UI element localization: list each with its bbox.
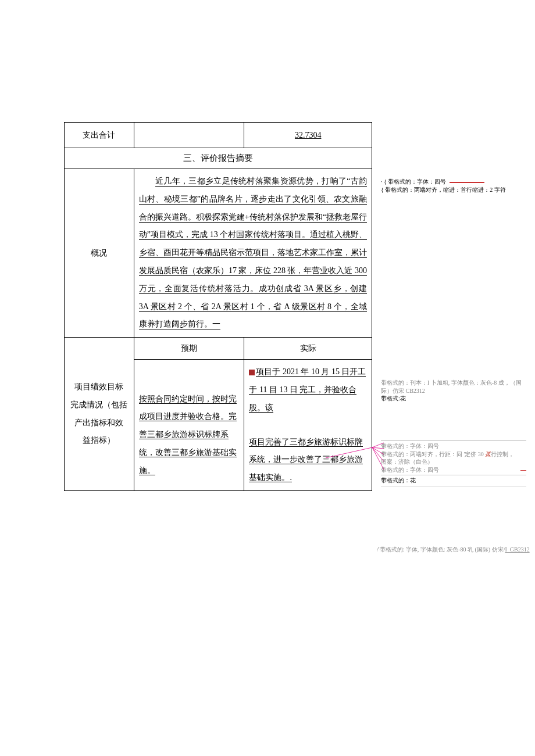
total-row: 支出合计 32.7304 [65, 123, 372, 148]
note-3e: 带格式的：花 [381, 475, 526, 485]
note-2b: 带格式:花 [381, 395, 526, 403]
note-3c: 图案：济除（白色） [381, 458, 526, 466]
note-3d-row: 带格式的：字体：四号 — [381, 466, 526, 474]
note-4-link: I_GB2312 [505, 546, 529, 553]
overview-row: 概况 近几年，三都乡立足传统村落聚集资源优势，打响了“古韵山村、秘境三都”的品牌… [65, 169, 372, 338]
note-4-pre: /'带格式的: 字体, 字体颜色: 灰色-80 乳 (国际) 仿宋/ [377, 546, 505, 553]
actual-text-pre: 项目于 2021 年 10 月 15 日开工于 11 目 13 日 完工，并验收… [249, 367, 366, 413]
col-actual: 实际 [244, 338, 372, 360]
note-3b-b: 行控制， [491, 451, 514, 457]
note-3d-strike: — [520, 466, 526, 474]
note-2: 带格式的：刊本：I 卜加粗, 字体颜色：灰色-8 成，（国际）仿宋 CB2312 [381, 379, 526, 395]
note-3b-word: 孤 [485, 451, 491, 457]
overview-text: 近几年，三都乡立足传统村落聚集资源优势，打响了“古韵山村、秘境三都”的品牌名片，… [139, 177, 367, 329]
col-expect: 预期 [134, 338, 244, 360]
actual-text-post: 项目完善了三都乡旅游标识标牌系统，进一步改善了三都乡旅游基础实施。. [249, 438, 363, 483]
target-label-l1: 项目绩效目标 [69, 378, 129, 396]
red-square-icon [249, 370, 255, 375]
note-3b-a: 带格式的：两端对齐，行距：同 '定侪 30 [381, 451, 485, 457]
note-3a: 带格式的：字体：四号 [381, 442, 526, 450]
note-group-4: /'带格式的: 字体, 字体颜色: 灰色-80 乳 (国际) 仿宋/I_GB23… [377, 546, 531, 554]
note-3d: 带格式的：字体：四号 [381, 467, 439, 473]
note-group-1: · { 带格式的：字体：四号 { 带格式的：两端对齐，缩进：首行缩进：2 字符 [381, 178, 526, 194]
overview-body: 近几年，三都乡立足传统村落聚集资源优势，打响了“古韵山村、秘境三都”的品牌名片，… [134, 169, 372, 338]
note-3b: 带格式的：两端对齐，行距：同 '定侪 30 孤行控制， [381, 450, 526, 458]
target-label-l3: 产出指标和效 [69, 414, 129, 432]
note-1a: { 带格式的：字体：四号 [384, 178, 446, 185]
note-group-2: 带格式的：刊本：I 卜加粗, 字体颜色：灰色-8 成，（国际）仿宋 CB2312… [381, 379, 526, 403]
target-header-row: 项目绩效目标 完成情况（包括 产出指标和效 益指标） 预期 实际 [65, 338, 372, 360]
note-1b: { 带格式的：两端对齐，缩进：首行缩进：2 字符 [381, 187, 506, 193]
section-3-title: 三、评价报告摘要 [65, 148, 372, 169]
overview-label: 概况 [65, 169, 134, 338]
target-label-l4: 益指标） [69, 432, 129, 450]
expect-cell: 按照合同约定时间，按时完成项目进度并验收合格。完善三都乡旅游标识标牌系统，改善三… [134, 360, 244, 491]
total-value: 32.7304 [295, 131, 322, 139]
target-label: 项目绩效目标 完成情况（包括 产出指标和效 益指标） [65, 338, 134, 491]
total-value-cell: 32.7304 [244, 123, 372, 148]
total-mid-cell [134, 123, 244, 148]
actual-cell: 项目于 2021 年 10 月 15 日开工于 11 目 13 日 完工，并验收… [244, 360, 372, 491]
note-group-3: 带格式的：字体：四号 带格式的：两端对齐，行距：同 '定侪 30 孤行控制， 图… [381, 440, 526, 486]
total-label: 支出合计 [65, 123, 134, 148]
section-3-row: 三、评价报告摘要 [65, 148, 372, 169]
target-label-l2: 完成情况（包括 [69, 396, 129, 414]
expect-text: 按照合同约定时间，按时完成项目进度并验收合格。完善三都乡旅游标识标牌系统，改善三… [139, 395, 237, 475]
report-table: 支出合计 32.7304 三、评价报告摘要 概况 近几年，三都乡立足传统村落聚集… [64, 122, 372, 491]
